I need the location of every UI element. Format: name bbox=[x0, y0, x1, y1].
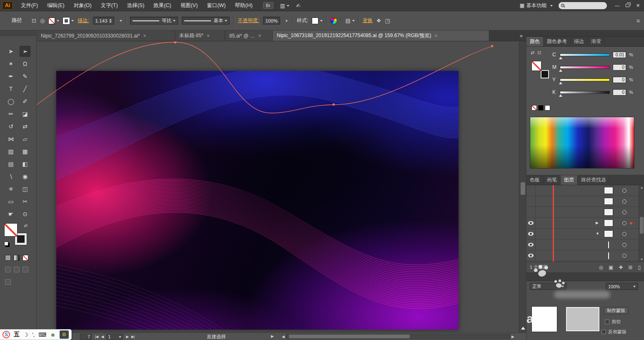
checkbox-icon[interactable] bbox=[601, 330, 606, 334]
layer-row[interactable]: ▶ bbox=[526, 218, 644, 229]
tool-rotate[interactable]: ↺ bbox=[5, 121, 16, 132]
tab-overflow-icon[interactable]: » bbox=[516, 30, 526, 41]
tool-free-transform[interactable]: ▱ bbox=[20, 133, 30, 144]
panel-tab[interactable]: 路径查找器 bbox=[578, 175, 610, 185]
channel-value-field[interactable]: 0.01 bbox=[613, 52, 626, 58]
vertical-scrollbar[interactable] bbox=[519, 41, 526, 332]
document-tab[interactable]: Nipic_7262799_20190920103330028031.ai* × bbox=[37, 30, 175, 41]
style-dropdown[interactable] bbox=[312, 18, 323, 24]
tool-hand[interactable]: ☛ bbox=[5, 209, 16, 219]
layer-row[interactable] bbox=[526, 250, 644, 261]
app-logo[interactable]: Ai bbox=[2, 1, 13, 10]
tool-type[interactable]: T bbox=[5, 83, 16, 94]
visibility-toggle[interactable] bbox=[526, 229, 536, 239]
panel-collapse-icon[interactable] bbox=[521, 327, 525, 330]
layer-row[interactable] bbox=[526, 207, 644, 218]
draw-behind-icon[interactable] bbox=[14, 267, 20, 272]
anchor-point[interactable] bbox=[491, 45, 493, 47]
fill-swatch[interactable] bbox=[48, 18, 55, 24]
transform-panel-link[interactable]: 变换 bbox=[363, 17, 373, 24]
layer-thumbnail[interactable] bbox=[604, 187, 613, 194]
blend-mode-dropdown[interactable]: 正常 bbox=[530, 283, 566, 290]
screen-mode-icon[interactable] bbox=[5, 279, 11, 285]
panel-tab[interactable]: 画笔 bbox=[544, 175, 561, 185]
tool-pen[interactable]: ✒ bbox=[5, 71, 16, 82]
color-mode-icon[interactable] bbox=[5, 255, 11, 261]
expand-arrow-icon[interactable]: ▶ bbox=[596, 221, 601, 225]
anchor-point[interactable] bbox=[174, 41, 176, 43]
tool-scale[interactable]: ⇄ bbox=[20, 121, 30, 132]
target-circle-icon[interactable] bbox=[622, 199, 626, 204]
menu-item[interactable]: 窗口(W) bbox=[202, 0, 230, 11]
stroke-swatch[interactable] bbox=[63, 18, 70, 24]
layer-row[interactable] bbox=[526, 196, 644, 207]
tool-gradient[interactable]: ◧ bbox=[20, 159, 30, 169]
visibility-toggle[interactable] bbox=[526, 207, 536, 217]
none-swatch[interactable] bbox=[531, 105, 537, 111]
document-tab[interactable]: Nipic_10673188_20191219225417754085.ai @… bbox=[273, 30, 489, 41]
make-clipping-mask-icon[interactable]: ▣ bbox=[609, 264, 613, 270]
tool-slice[interactable]: ✂ bbox=[20, 196, 30, 207]
selected-bezier-path[interactable] bbox=[37, 42, 492, 113]
wubi-mode-indicator[interactable]: 五 bbox=[14, 331, 20, 338]
draw-inside-icon[interactable] bbox=[23, 267, 28, 272]
artboard-number-field[interactable]: 1 bbox=[106, 334, 123, 340]
gradient-mode-icon[interactable] bbox=[14, 255, 20, 261]
tool-shape-builder[interactable]: ▨ bbox=[5, 146, 16, 157]
white-swatch[interactable] bbox=[545, 105, 550, 111]
transparency-panel-header[interactable] bbox=[526, 273, 644, 281]
fill-stroke-proxy[interactable] bbox=[531, 61, 549, 78]
arrange-documents-icon[interactable]: ▥ bbox=[280, 3, 289, 9]
menu-item[interactable]: 文件(F) bbox=[16, 0, 43, 11]
panel-tab[interactable]: 颜色 bbox=[526, 37, 544, 46]
bridge-button[interactable]: Br bbox=[263, 2, 273, 9]
panel-tab[interactable]: 颜色参考 bbox=[544, 37, 571, 46]
control-panel-menu-icon[interactable]: ≡ bbox=[636, 18, 640, 24]
layer-thumbnail[interactable] bbox=[604, 219, 613, 227]
restore-button[interactable] bbox=[622, 1, 633, 10]
prev-artboard-button[interactable]: ◀ bbox=[101, 335, 103, 339]
style-swatch[interactable] bbox=[312, 18, 318, 24]
toolbox-icon[interactable]: ⚙ bbox=[60, 330, 69, 339]
target-circle-icon[interactable] bbox=[622, 243, 626, 247]
channel-slider[interactable] bbox=[560, 91, 610, 94]
visibility-toggle[interactable] bbox=[526, 239, 536, 250]
stroke-weight-dropdown-icon[interactable] bbox=[120, 20, 122, 23]
new-sublayer-icon[interactable]: ✚ bbox=[619, 264, 623, 270]
edit-contents-icon[interactable]: ◳ bbox=[385, 18, 390, 24]
tool-pencil[interactable]: ✏ bbox=[5, 108, 16, 119]
tool-ellipse[interactable]: ◯ bbox=[5, 96, 16, 107]
first-artboard-button[interactable]: |◀ bbox=[95, 335, 98, 339]
sogou-logo-icon[interactable]: S bbox=[3, 331, 10, 338]
target-circle-icon[interactable] bbox=[622, 254, 626, 258]
locate-object-icon[interactable]: ◎ bbox=[599, 264, 603, 270]
tool-paintbrush[interactable]: ✐ bbox=[20, 96, 30, 107]
reference-point-icon[interactable]: ⊡ bbox=[32, 18, 36, 24]
slider-thumb-icon[interactable] bbox=[559, 80, 562, 84]
document-tab[interactable]: 85.ai* @ … × bbox=[225, 30, 273, 41]
slider-thumb-icon[interactable] bbox=[559, 93, 562, 97]
stroke-weight-field[interactable]: 1.143 bbox=[93, 17, 115, 25]
channel-slider[interactable] bbox=[560, 66, 610, 69]
tool-lasso[interactable]: Ω bbox=[20, 58, 30, 69]
panel-tab[interactable]: 图层 bbox=[561, 175, 578, 185]
workspace-switcher[interactable]: ▦ 基本功能 bbox=[520, 2, 553, 9]
document-tab[interactable]: 未标题-85* × bbox=[175, 30, 225, 41]
layer-thumbnail[interactable] bbox=[608, 242, 609, 248]
panel-opacity-field[interactable]: 100% bbox=[606, 283, 638, 290]
target-circle-icon[interactable] bbox=[622, 232, 626, 236]
tool-perspective-grid[interactable]: ▦ bbox=[20, 146, 30, 157]
menu-item[interactable]: 编辑(E) bbox=[43, 0, 69, 11]
search-box[interactable] bbox=[559, 2, 607, 9]
close-icon[interactable]: × bbox=[434, 33, 437, 39]
layer-thumbnail[interactable] bbox=[604, 198, 613, 205]
user-icon[interactable]: ☻ bbox=[50, 332, 56, 338]
fill-proxy[interactable] bbox=[4, 223, 18, 237]
punctuation-mode-icon[interactable]: ’, bbox=[32, 332, 35, 338]
checkbox-icon[interactable] bbox=[605, 320, 609, 324]
visibility-toggle[interactable] bbox=[526, 250, 536, 261]
layer-row[interactable]: ▼ bbox=[526, 229, 644, 239]
default-fill-stroke-icon[interactable] bbox=[4, 242, 8, 246]
scroll-thumb[interactable] bbox=[289, 335, 410, 338]
next-artboard-button[interactable]: ▶ bbox=[126, 335, 128, 339]
